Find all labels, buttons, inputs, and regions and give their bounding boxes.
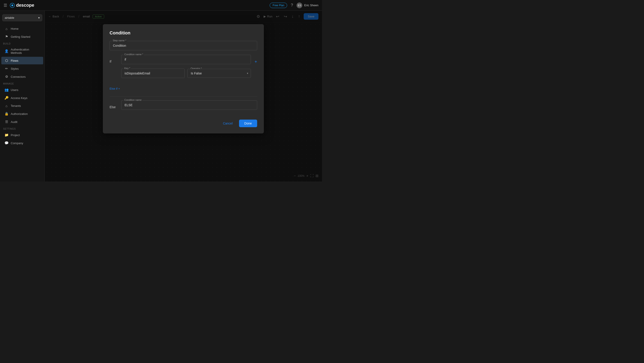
flag-icon: ⚑ [4,35,8,39]
sidebar-item-company[interactable]: 💬 Company [1,139,43,147]
sidebar: airtable ▾ ⌂ Home ⚑ Getting Started Buil… [0,11,45,181]
sidebar-item-label: Getting Started [11,35,30,38]
modal-overlay: Condition Step name * If Condition name … [45,11,322,181]
help-icon[interactable]: ? [291,3,293,7]
sidebar-item-label: Access Keys [11,96,27,100]
sidebar-item-label: Audit [11,120,18,124]
menu-icon[interactable]: ☰ [4,3,7,8]
home-icon: ⌂ [4,27,8,31]
operator-select[interactable]: Is True Is False Equals Not Equals Conta… [188,69,251,78]
sidebar-item-label: Company [11,141,23,145]
sidebar-item-label: Authentication Methods [11,48,40,54]
sidebar-item-authorization[interactable]: 🔒 Authorization [1,110,43,118]
step-name-input[interactable] [110,41,257,50]
tenants-icon: ⌂ [4,104,8,108]
sidebar-item-label: Home [11,27,18,30]
sidebar-item-connectors[interactable]: ⚙ Connectors [1,73,43,80]
svg-point-1 [12,4,13,6]
sidebar-item-label: Project [11,133,20,137]
operator-select-wrapper: Is True Is False Equals Not Equals Conta… [188,69,251,78]
audit-icon: ☰ [4,120,8,124]
user-name: Eric Sheen [304,3,318,7]
sidebar-item-tenants[interactable]: ⌂ Tenants [1,102,43,109]
topnav-right: Free Plan ? ES Eric Sheen [270,2,318,8]
sidebar-item-auth-methods[interactable]: 👤 Authentication Methods [1,46,43,56]
sidebar-item-label: Tenants [11,104,21,107]
topnav: ☰ descope Free Plan ? ES Eric Sheen [0,0,322,11]
logo-text: descope [16,3,34,8]
if-condition-fields: Condition name * Key * Operator * [121,55,251,82]
user-menu[interactable]: ES Eric Sheen [296,2,318,8]
else-if-button[interactable]: Else if + [110,86,120,91]
sidebar-item-users[interactable]: 👥 Users [1,86,43,94]
key-input[interactable] [121,69,185,78]
done-button[interactable]: Done [239,120,257,127]
key-icon: 🔑 [4,96,8,100]
condition-modal: Condition Step name * If Condition name … [103,24,264,133]
sidebar-item-home[interactable]: ⌂ Home [1,25,43,32]
user-icon: 👤 [4,49,8,53]
workspace-selector[interactable]: airtable ▾ [2,14,42,21]
manage-section-label: Manage [0,81,44,86]
connectors-icon: ⚙ [4,75,8,79]
topnav-left: ☰ descope [4,3,34,8]
sidebar-item-audit[interactable]: ☰ Audit [1,118,43,126]
step-name-field-group: Step name * [110,41,257,50]
sidebar-item-flows[interactable]: ⬡ Flows [1,57,43,64]
lock-icon: 🔒 [4,112,8,116]
sidebar-item-getting-started[interactable]: ⚑ Getting Started [1,33,43,40]
sidebar-item-label: Authorization [11,112,28,116]
build-section-label: Build [0,41,44,46]
logo: descope [10,3,34,8]
cancel-button[interactable]: Cancel [219,120,236,127]
else-condition-name-field-group: Condition name [121,100,257,110]
condition-name-field-group: Condition name * [121,55,251,64]
sidebar-item-project[interactable]: 📁 Project [1,131,43,139]
else-condition-fields: Condition name [121,100,257,114]
step-name-label: Step name * [112,39,127,42]
key-label: Key * [124,67,131,69]
sidebar-item-access-keys[interactable]: 🔑 Access Keys [1,94,43,102]
if-label: If [110,55,118,63]
styles-icon: ✏ [4,67,8,71]
company-icon: 💬 [4,141,8,145]
else-if-label: Else if + [110,87,120,90]
flows-icon: ⬡ [4,58,8,63]
logo-icon [10,3,15,8]
sidebar-item-label: Connectors [11,75,26,78]
workspace-chevron-icon: ▾ [38,16,40,19]
free-plan-button[interactable]: Free Plan [270,3,287,8]
else-condition-name-input[interactable] [121,100,257,110]
sidebar-item-label: Users [11,88,18,92]
sidebar-item-label: Flows [11,59,18,62]
sidebar-item-label: Styles [11,67,18,70]
else-condition-name-label: Condition name [124,99,142,101]
users-icon: 👥 [4,88,8,92]
main-layout: airtable ▾ ⌂ Home ⚑ Getting Started Buil… [0,11,322,181]
condition-name-label: Condition name * [124,53,144,56]
operator-field-group: Operator * Is True Is False Equals Not E… [188,69,251,78]
condition-name-input[interactable] [121,55,251,64]
workspace-label: airtable [5,16,14,19]
content-area: ← Back / Flows / email Active ⚙ ▶ Run ↩ [45,11,322,181]
modal-footer: Cancel Done [110,120,257,127]
key-field-group: Key * [121,69,185,78]
sidebar-item-styles[interactable]: ✏ Styles [1,65,43,72]
modal-title: Condition [110,30,257,35]
user-avatar: ES [296,2,302,8]
project-icon: 📁 [4,133,8,137]
settings-section-label: Settings [0,126,44,131]
else-label: Else [110,100,118,109]
if-condition-row: If Condition name * Key * [110,55,257,82]
key-operator-row: Key * Operator * Is True Is False Equals [121,69,251,82]
else-condition-row: Else Condition name [110,100,257,114]
add-condition-button[interactable]: + [254,55,257,64]
